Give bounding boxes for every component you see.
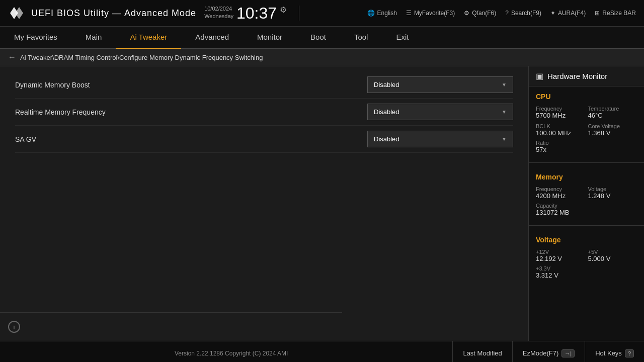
hardware-monitor-sidebar: ▣ Hardware Monitor CPU Frequency 5700 MH… [528,66,644,341]
breadcrumb-path: Ai Tweaker\DRAM Timing Control\Configure… [20,54,263,61]
last-modified-button[interactable]: Last Modified [452,341,512,363]
hot-keys-button[interactable]: Hot Keys ? [585,341,644,363]
fan-icon: ⚙ [464,10,469,17]
memory-voltage-stat: Voltage 1.248 V [588,186,637,200]
logo-area: UEFI BIOS Utility — Advanced Mode [8,4,196,22]
language-label: English [377,10,397,17]
main-layout: Dynamic Memory Boost Disabled ▼ Realtime… [0,66,644,341]
nav-boot[interactable]: Boot [296,27,340,49]
day-display: Wednesday [204,13,233,20]
cpu-temperature-label: Temperature [588,106,637,112]
search-label: Search(F9) [511,10,541,17]
sa-gv-dropdown[interactable]: Disabled ▼ [367,131,513,147]
voltage-section-title: Voltage [536,236,637,244]
memory-frequency-stat: Frequency 4200 MHz [536,186,585,200]
star-icon: ☰ [406,10,412,17]
memory-capacity-label: Capacity [536,203,637,209]
footer: Version 2.22.1286 Copyright (C) 2024 AMI… [0,341,644,362]
qfan-item[interactable]: ⚙ Qfan(F6) [464,10,496,17]
cpu-frequency-value: 5700 MHz [536,112,585,119]
v12-value: 12.192 V [536,255,585,262]
divider [299,6,299,21]
qfan-label: Qfan(F6) [472,10,496,17]
ez-mode-key-icon: →| [561,349,575,357]
cpu-core-voltage-stat: Core Voltage 1.368 V [588,123,637,137]
header-title: UEFI BIOS Utility — Advanced Mode [31,8,196,19]
aura-item[interactable]: ✦ AURA(F4) [550,10,586,17]
sidebar-divider-2 [529,225,644,226]
realtime-memory-frequency-value: Disabled [374,108,399,116]
language-item[interactable]: 🌐 English [367,10,397,17]
cpu-ratio-label: Ratio [536,140,637,146]
monitor-icon: ▣ [536,71,543,81]
content-area: Dynamic Memory Boost Disabled ▼ Realtime… [0,66,528,341]
memory-capacity-stat: Capacity 131072 MB [536,203,637,216]
cpu-frequency-label: Frequency [536,106,585,112]
dropdown-arrow-icon-2: ▼ [502,109,507,115]
realtime-memory-frequency-dropdown[interactable]: Disabled ▼ [367,104,513,120]
sa-gv-value: Disabled [374,135,399,143]
header: UEFI BIOS Utility — Advanced Mode 10/02/… [0,0,644,27]
resize-bar-item[interactable]: ⊞ ReSize BAR [595,10,636,17]
memory-capacity-value: 131072 MB [536,209,637,216]
v5-value: 5.000 V [588,255,637,262]
cpu-core-voltage-label: Core Voltage [588,123,637,129]
memory-stats-grid: Frequency 4200 MHz Voltage 1.248 V [536,186,637,200]
language-icon: 🌐 [367,10,375,17]
memory-voltage-label: Voltage [588,186,637,192]
nav-exit[interactable]: Exit [382,27,423,49]
setting-row-dynamic-memory-boost: Dynamic Memory Boost Disabled ▼ [15,71,513,99]
cpu-core-voltage-value: 1.368 V [588,129,637,137]
sidebar-divider-1 [529,162,644,163]
ez-mode-button[interactable]: EzMode(F7) →| [512,341,585,363]
setting-row-realtime-memory-frequency: Realtime Memory Frequency Disabled ▼ [15,99,513,126]
footer-version: Version 2.22.1286 Copyright (C) 2024 AMI [10,350,452,357]
footer-right: Last Modified EzMode(F7) →| Hot Keys ? [452,341,644,363]
aura-label: AURA(F4) [558,10,586,17]
info-icon[interactable]: i [8,321,20,333]
memory-frequency-value: 4200 MHz [536,192,585,200]
info-area: i [0,313,528,341]
search-item[interactable]: ? Search(F9) [505,10,541,17]
nav-tool[interactable]: Tool [340,27,382,49]
cpu-bclk-value: 100.00 MHz [536,129,585,137]
sa-gv-label: SA GV [15,135,36,143]
sidebar-header: ▣ Hardware Monitor [529,66,644,86]
nav-my-favorites[interactable]: My Favorites [0,27,71,49]
v5-stat: +5V 5.000 V [588,249,637,262]
dropdown-arrow-icon-3: ▼ [502,136,507,142]
hardware-monitor-title: Hardware Monitor [547,72,607,80]
dynamic-memory-boost-dropdown[interactable]: Disabled ▼ [367,76,513,93]
breadcrumb: ← Ai Tweaker\DRAM Timing Control\Configu… [0,49,644,66]
search-icon: ? [505,10,509,17]
breadcrumb-back-icon[interactable]: ← [8,53,16,62]
nav-advanced[interactable]: Advanced [181,27,243,49]
svg-marker-1 [15,7,23,19]
cpu-frequency-stat: Frequency 5700 MHz [536,106,585,119]
cpu-bclk-stat: BCLK 100.00 MHz [536,123,585,137]
resize-bar-label: ReSize BAR [602,10,636,17]
nav-monitor[interactable]: Monitor [243,27,296,49]
memory-section-title: Memory [536,173,637,181]
settings-icon[interactable]: ⚙ [280,5,287,15]
voltage-section: Voltage +12V 12.192 V +5V 5.000 V +3.3V … [529,230,644,284]
nav-ai-tweaker[interactable]: Ai Tweaker [116,27,181,49]
cpu-temperature-stat: Temperature 46°C [588,106,637,119]
date-display: 10/02/2024 [204,5,233,13]
myfavorite-item[interactable]: ☰ MyFavorite(F3) [406,10,455,17]
v12-label: +12V [536,249,585,255]
cpu-section-title: CPU [536,93,637,101]
memory-section: Memory Frequency 4200 MHz Voltage 1.248 … [529,167,644,221]
navbar: My Favorites Main Ai Tweaker Advanced Mo… [0,27,644,49]
resize-icon: ⊞ [595,10,600,17]
memory-frequency-label: Frequency [536,186,585,192]
ez-mode-label: EzMode(F7) [523,349,559,357]
settings-panel: Dynamic Memory Boost Disabled ▼ Realtime… [0,66,528,292]
v33-stat: +3.3V 3.312 V [536,265,637,279]
nav-main[interactable]: Main [71,27,116,49]
voltage-stats-grid: +12V 12.192 V +5V 5.000 V [536,249,637,262]
v12-stat: +12V 12.192 V [536,249,585,262]
toolbar: 🌐 English ☰ MyFavorite(F3) ⚙ Qfan(F6) ? … [367,10,636,17]
v5-label: +5V [588,249,637,255]
cpu-ratio-stat: Ratio 57x [536,140,637,153]
